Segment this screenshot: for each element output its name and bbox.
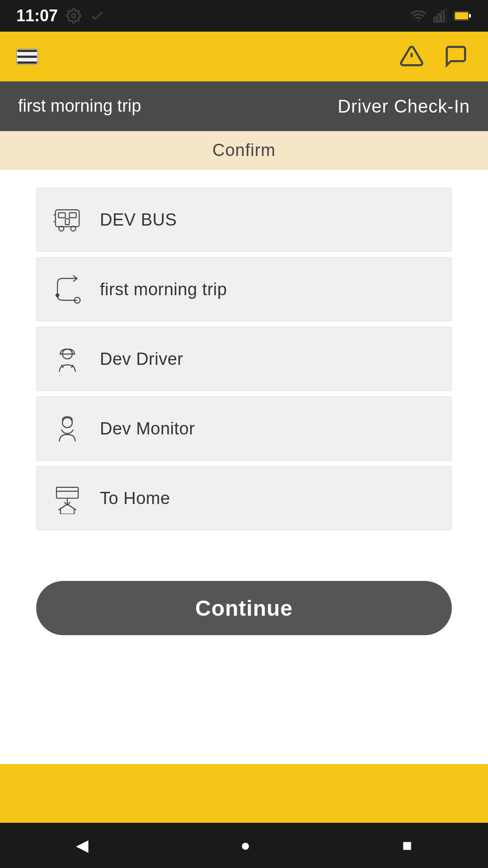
- menu-button[interactable]: [16, 49, 38, 65]
- app-header: [0, 32, 488, 81]
- svg-point-23: [62, 418, 72, 428]
- recent-button[interactable]: ■: [402, 836, 412, 855]
- driver-checkin-title: Driver Check-In: [338, 96, 470, 117]
- svg-rect-13: [69, 213, 76, 218]
- svg-rect-24: [56, 487, 78, 498]
- svg-text:⚡: ⚡: [458, 13, 464, 19]
- destination-text: To Home: [100, 489, 170, 508]
- back-button[interactable]: ◀: [76, 836, 89, 855]
- svg-rect-3: [441, 11, 444, 22]
- route-icon: [49, 271, 85, 307]
- message-button[interactable]: [440, 40, 472, 73]
- bus-text: DEV BUS: [100, 210, 177, 230]
- gear-icon: [66, 8, 81, 24]
- message-icon: [444, 44, 468, 68]
- signal-icon: [89, 8, 105, 24]
- route-text: first morning trip: [100, 280, 227, 299]
- svg-rect-4: [445, 9, 447, 22]
- driver-icon: [49, 341, 85, 377]
- trip-header: first morning trip Driver Check-In: [0, 81, 488, 131]
- monitor-item: Dev Monitor: [36, 396, 452, 461]
- destination-item: To Home: [36, 466, 452, 530]
- svg-rect-2: [438, 14, 440, 22]
- continue-button[interactable]: Continue: [36, 581, 452, 635]
- info-items-list: DEV BUS first morning trip: [36, 188, 452, 536]
- status-bar: 11:07 ⚡: [0, 0, 488, 32]
- svg-rect-1: [434, 17, 436, 22]
- driver-item: Dev Driver: [36, 327, 452, 391]
- main-content: DEV BUS first morning trip: [0, 170, 488, 554]
- confirm-bar: Confirm: [0, 131, 488, 170]
- bottom-yellow-bar: [0, 764, 488, 823]
- nav-bar: ◀ ● ■: [0, 823, 488, 868]
- signal-bars-icon: [433, 9, 447, 23]
- alert-icon: [399, 44, 424, 68]
- confirm-label: Confirm: [212, 141, 276, 160]
- home-button[interactable]: ●: [240, 836, 250, 855]
- alert-button[interactable]: [396, 40, 427, 73]
- driver-text: Dev Driver: [100, 349, 183, 369]
- monitor-text: Dev Monitor: [100, 419, 195, 439]
- bus-icon: [49, 202, 85, 238]
- svg-rect-16: [66, 219, 70, 225]
- svg-rect-12: [58, 213, 65, 218]
- svg-point-20: [56, 294, 59, 297]
- destination-icon: [49, 480, 85, 516]
- svg-rect-6: [469, 14, 471, 18]
- bus-item: DEV BUS: [36, 188, 452, 252]
- status-time: 11:07: [16, 6, 58, 25]
- route-item: first morning trip: [36, 257, 452, 321]
- svg-point-0: [72, 14, 76, 18]
- continue-section: Continue: [0, 554, 488, 653]
- monitor-person-icon: [49, 410, 85, 447]
- trip-name: first morning trip: [18, 96, 141, 117]
- battery-icon: ⚡: [454, 10, 472, 22]
- wifi-icon: [410, 8, 427, 24]
